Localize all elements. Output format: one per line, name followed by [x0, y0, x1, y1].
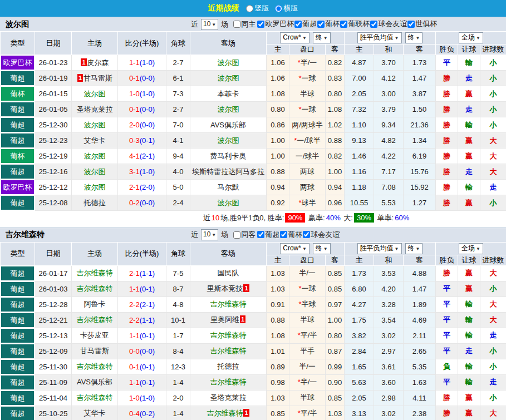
league-checkbox[interactable] [303, 231, 310, 238]
euro-away-odds: 1.34 [404, 133, 436, 149]
rank-badge: 1 [243, 409, 249, 417]
home-team: 波尔图 [72, 164, 118, 180]
euro-home-odds: 3.13 [345, 406, 374, 420]
final-select[interactable]: 终▼ [313, 32, 331, 43]
fulltime-score: 4-1 [129, 152, 140, 160]
final-select[interactable]: 终▼ [313, 243, 331, 254]
away-team: 埃斯特雷拉达阿马多拉 [190, 164, 267, 180]
corner-count: 10-1 [166, 312, 190, 328]
league-checkbox-label: 葡超 [302, 19, 317, 29]
home-team: 吉尔维森特 [72, 359, 118, 374]
corner-count: 4-1 [166, 133, 190, 149]
euro-away-odds: 1.27 [404, 195, 436, 211]
result-wdl: 勝 [436, 195, 458, 211]
result-goals: 大 [480, 133, 506, 149]
league-filter-checkbox[interactable]: 球会友谊 [302, 230, 340, 240]
fulltime-select[interactable]: 全场▼ [459, 243, 483, 254]
horizontal-layout-radio[interactable] [275, 5, 282, 12]
euro-draw-odds: 7.17 [374, 164, 404, 180]
league-badge: 葡超 [1, 266, 34, 280]
fulltime-select[interactable]: 全场▼ [459, 32, 483, 43]
vertical-layout-radio[interactable] [246, 5, 253, 12]
star-marker: * [298, 284, 301, 293]
league-filter-checkbox[interactable]: 葡联杯 [340, 19, 370, 29]
handicap-home-odds: 0.89 [267, 359, 289, 374]
halftime-score: (0-0) [140, 121, 155, 129]
league-filter-checkbox[interactable]: 葡杯 [317, 19, 340, 29]
team-label: 波尔图 [84, 167, 106, 176]
league-badge: 葡超 [1, 375, 34, 389]
final-select[interactable]: 终▼ [405, 243, 423, 254]
handicap-home-odds: 0.80 [267, 102, 289, 117]
euro-draw-odds: 3.00 [374, 86, 404, 102]
home-team: 艾华卡 [72, 133, 118, 149]
result-wdl: 勝 [436, 164, 458, 180]
col-corner: 角球 [166, 32, 190, 55]
home-team: 波尔图 [72, 149, 118, 164]
layout-radio-horizontal[interactable]: 横版 [272, 3, 298, 13]
league-checkbox[interactable] [407, 21, 415, 28]
league-filter-checkbox[interactable]: 世俱杯 [407, 19, 437, 29]
summary-part: 40% [326, 214, 341, 222]
bookmaker-select[interactable]: Crow*▼ [280, 32, 310, 43]
final-select[interactable]: 终▼ [405, 32, 423, 43]
summary-part: 大: [342, 214, 353, 222]
games-label: 场 [221, 230, 228, 240]
league-badge: 葡杯 [1, 149, 34, 163]
euro-draw-odds: 7.08 [374, 180, 404, 195]
team-label: 费马利卡奥 [210, 152, 247, 160]
away-team: 马尔默 [190, 180, 267, 195]
halftime-score: (0-1) [140, 363, 155, 371]
result-handicap: 贏 [458, 265, 480, 281]
recent-count-select[interactable]: 10▼ [201, 229, 218, 240]
result-handicap: 輸 [458, 55, 480, 71]
sub-col-euro-home: 主 [345, 255, 374, 265]
team-label: 皮尔森 [87, 58, 109, 67]
euro-draw-odds: 3.02 [374, 328, 404, 343]
dropdown-arrow-icon: ▼ [395, 246, 399, 251]
sub-col-euro-draw: 和 [374, 45, 404, 55]
euro-draw-odds: 4.12 [374, 71, 404, 86]
league-checkbox[interactable] [257, 21, 264, 28]
league-cell: 葡超 [1, 343, 35, 359]
euro-away-odds: 21.36 [404, 117, 436, 133]
league-cell: 葡超 [1, 133, 35, 149]
wdl-average-select[interactable]: 胜平负均值▼ [357, 243, 402, 254]
recent-count-select[interactable]: 10▼ [201, 19, 218, 30]
dropdown-arrow-icon: ▼ [476, 246, 480, 251]
league-filter-checkbox[interactable]: 葡超 [257, 230, 279, 240]
euro-home-odds: 1.10 [345, 117, 374, 133]
team-label: 波尔图 [218, 58, 239, 67]
horizontal-layout-label: 横版 [284, 3, 298, 13]
wdl-average-select[interactable]: 胜平负均值▼ [357, 32, 402, 43]
same-venue-checkbox-label[interactable]: 同主 [233, 19, 256, 29]
bookmaker-select[interactable]: Crow*▼ [280, 243, 310, 254]
league-checkbox[interactable] [280, 231, 287, 238]
league-filter-checkbox[interactable]: 葡杯 [279, 230, 302, 240]
handicap-away-odds: 0.85 [326, 281, 345, 297]
league-checkbox[interactable] [370, 21, 377, 28]
result-handicap: 贏 [458, 406, 480, 420]
league-badge: 葡超 [1, 298, 34, 312]
league-filter-checkbox[interactable]: 欧罗巴杯 [257, 19, 294, 29]
same-venue-checkbox[interactable] [233, 21, 240, 28]
handicap-away-odds: 0.83 [326, 71, 345, 86]
league-checkbox[interactable] [340, 21, 347, 28]
same-venue-checkbox-label[interactable]: 同客 [233, 230, 256, 240]
match-row: 葡超25-12-23艾华卡0-3(0-1)4-1波尔图1.00*一/球半0.88… [1, 133, 506, 149]
league-checkbox[interactable] [317, 21, 325, 28]
league-checkbox[interactable] [257, 231, 264, 238]
layout-radio-vertical[interactable]: 竖版 [243, 3, 269, 13]
col-away: 客场 [190, 242, 267, 265]
league-filter-checkbox[interactable]: 球会友谊 [370, 19, 407, 29]
league-cell: 葡超 [1, 390, 35, 406]
corner-count: 4-8 [166, 297, 190, 312]
team-label: 吉尔维森特 [210, 378, 247, 386]
games-label: 场 [221, 19, 228, 29]
result-wdl: 勝 [436, 149, 458, 164]
league-checkbox[interactable] [294, 21, 302, 28]
league-filter-checkbox[interactable]: 葡超 [294, 19, 317, 29]
same-venue-checkbox[interactable] [233, 231, 240, 239]
away-team: 圣塔克莱拉 [190, 390, 267, 406]
league-filter-group: 葡超葡杯球会友谊 [257, 230, 340, 240]
